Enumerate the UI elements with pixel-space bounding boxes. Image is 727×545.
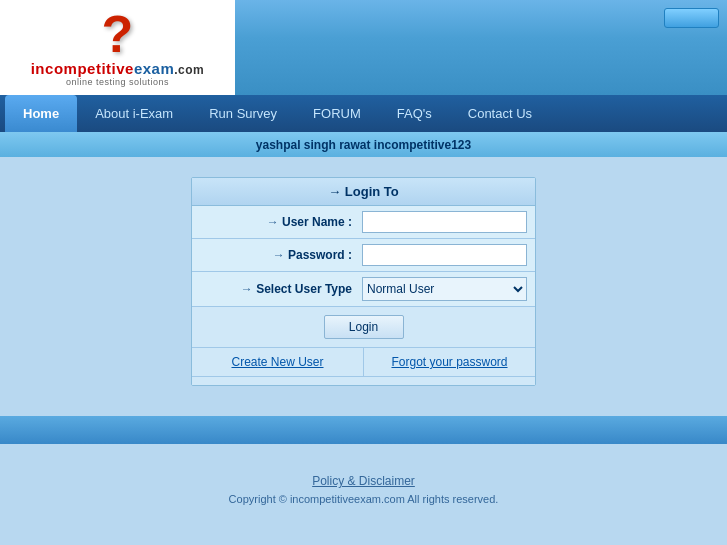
logo[interactable]: ? incompetitiveexam.com online testing s…: [31, 8, 205, 87]
username-label: User Name :: [192, 215, 362, 229]
copyright: Copyright © incompetitiveexam.com All ri…: [0, 493, 727, 505]
nav-home[interactable]: Home: [5, 95, 77, 132]
login-btn-row: Login: [192, 307, 535, 348]
user-type-label: Select User Type: [192, 282, 362, 296]
site-tagline: online testing solutions: [66, 77, 169, 87]
nav-about[interactable]: About i-Exam: [77, 95, 191, 132]
bottom-accent-bar: [0, 416, 727, 444]
logo-icon: ?: [102, 8, 134, 60]
nav-bar: Home About i-Exam Run Survey FORUM FAQ's…: [0, 95, 727, 132]
links-row: Create New User Forgot your password: [192, 348, 535, 377]
password-label: Password :: [192, 248, 362, 262]
login-box: Login To User Name : Password : Select U…: [191, 177, 536, 386]
policy-link[interactable]: Policy & Disclaimer: [0, 474, 727, 488]
welcome-bar: yashpal singh rawat incompetitive123: [0, 132, 727, 157]
welcome-text: yashpal singh rawat incompetitive123: [256, 138, 471, 152]
user-type-select[interactable]: Normal User Admin User: [362, 277, 527, 301]
footer: Policy & Disclaimer Copyright © incompet…: [0, 444, 727, 520]
login-title: Login To: [192, 178, 535, 206]
top-bar: ? incompetitiveexam.com online testing s…: [0, 0, 727, 95]
main-content: Login To User Name : Password : Select U…: [0, 157, 727, 406]
nav-contact[interactable]: Contact Us: [450, 95, 550, 132]
username-row: User Name :: [192, 206, 535, 239]
login-button[interactable]: Login: [324, 315, 404, 339]
create-new-user-link[interactable]: Create New User: [192, 348, 364, 376]
form-bottom: [192, 377, 535, 385]
logo-area: ? incompetitiveexam.com online testing s…: [0, 0, 235, 95]
user-type-row: Select User Type Normal User Admin User: [192, 272, 535, 307]
nav-forum[interactable]: FORUM: [295, 95, 379, 132]
top-right-button[interactable]: [664, 8, 719, 28]
nav-run-survey[interactable]: Run Survey: [191, 95, 295, 132]
nav-faqs[interactable]: FAQ's: [379, 95, 450, 132]
username-input[interactable]: [362, 211, 527, 233]
password-row: Password :: [192, 239, 535, 272]
forgot-password-link[interactable]: Forgot your password: [364, 348, 535, 376]
password-input[interactable]: [362, 244, 527, 266]
